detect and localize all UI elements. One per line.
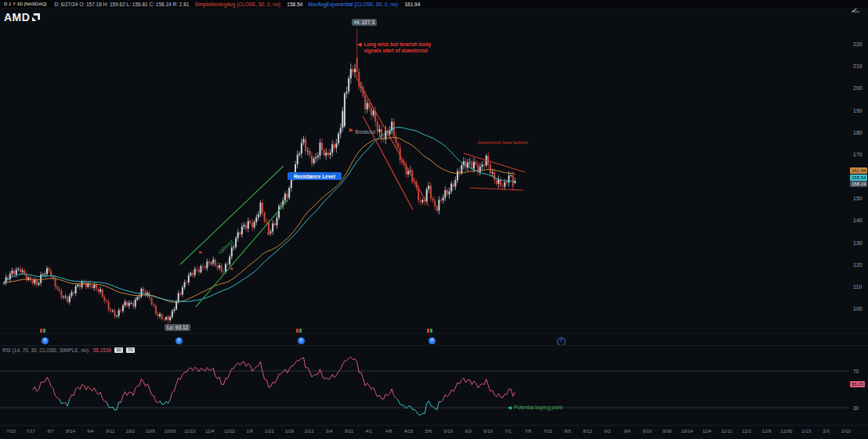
candle[interactable] [128, 300, 130, 309]
candle[interactable] [457, 168, 458, 183]
candle[interactable] [174, 307, 175, 314]
candle[interactable] [7, 275, 9, 282]
candle[interactable] [12, 268, 13, 276]
candle[interactable] [272, 220, 273, 235]
candle[interactable] [55, 275, 56, 290]
candle[interactable] [249, 219, 251, 225]
candle[interactable] [374, 106, 376, 127]
candle[interactable] [196, 267, 197, 272]
candle[interactable] [305, 135, 306, 156]
candle[interactable] [340, 124, 342, 139]
rsi-oversold-box[interactable]: 30 [114, 347, 123, 353]
candle[interactable] [114, 308, 116, 318]
candle[interactable] [348, 76, 349, 95]
downtrend-line[interactable] [355, 75, 429, 206]
candle[interactable] [135, 297, 136, 309]
candle[interactable] [38, 281, 40, 286]
candle[interactable] [65, 294, 67, 300]
candle[interactable] [428, 182, 429, 193]
candle[interactable] [46, 266, 48, 277]
candle[interactable] [324, 148, 325, 158]
candle[interactable] [30, 275, 31, 283]
rsi-panel-canvas[interactable]: 7030 [0, 354, 868, 425]
candle[interactable] [295, 161, 296, 180]
candle[interactable] [251, 219, 253, 231]
candle[interactable] [482, 162, 483, 170]
candle[interactable] [122, 304, 124, 313]
candle[interactable] [381, 125, 382, 143]
candle[interactable] [126, 300, 128, 308]
candle[interactable] [102, 288, 103, 298]
candle[interactable] [106, 299, 107, 303]
candle[interactable] [204, 264, 206, 270]
candle[interactable] [179, 291, 181, 296]
candle[interactable] [301, 139, 302, 158]
candle[interactable] [110, 308, 111, 314]
candle[interactable] [63, 295, 64, 299]
candle[interactable] [27, 276, 29, 281]
candle[interactable] [449, 187, 450, 198]
candle[interactable] [67, 295, 68, 304]
candle[interactable] [157, 311, 159, 318]
candle[interactable] [358, 68, 360, 91]
candle[interactable] [320, 139, 321, 160]
candle[interactable] [116, 315, 118, 318]
candle[interactable] [87, 282, 89, 289]
candle[interactable] [476, 160, 477, 167]
candle[interactable] [143, 286, 144, 294]
candle[interactable] [342, 107, 343, 131]
downtrend-line[interactable] [470, 188, 523, 190]
candle[interactable] [40, 272, 42, 286]
candle[interactable] [227, 261, 229, 267]
candle[interactable] [352, 66, 353, 76]
candle[interactable] [483, 160, 485, 170]
candle[interactable] [356, 28, 358, 76]
candle[interactable] [506, 179, 508, 185]
candle[interactable] [161, 313, 163, 322]
candle[interactable] [298, 151, 300, 157]
candle[interactable] [338, 131, 339, 146]
candle[interactable] [159, 312, 161, 319]
candle[interactable] [235, 236, 237, 250]
candle[interactable] [307, 147, 309, 155]
candle[interactable] [278, 203, 280, 220]
ema-line[interactable] [4, 138, 515, 303]
candle[interactable] [184, 279, 186, 290]
symbol-descriptor[interactable]: D 1 Y 1D [NASDAQ] [2, 1, 49, 7]
candle[interactable] [479, 163, 481, 175]
candle[interactable] [42, 273, 44, 277]
candle[interactable] [50, 268, 52, 279]
candle[interactable] [103, 294, 105, 304]
candle[interactable] [194, 267, 196, 278]
candle[interactable] [206, 259, 208, 272]
candle[interactable] [282, 197, 284, 209]
candle[interactable] [514, 178, 515, 184]
candle[interactable] [69, 293, 71, 304]
sma-study-label[interactable]: SimpleMovingAvg (CLOSE, 50, 0, no): [194, 2, 281, 7]
candle[interactable] [510, 174, 512, 178]
candle[interactable] [56, 285, 58, 291]
candle[interactable] [315, 153, 316, 163]
candle[interactable] [490, 161, 491, 176]
candle[interactable] [350, 63, 352, 84]
candle[interactable] [334, 142, 335, 152]
candle[interactable] [453, 180, 454, 191]
candle[interactable] [59, 286, 60, 293]
candle[interactable] [443, 194, 444, 203]
candle[interactable] [395, 132, 396, 147]
candle[interactable] [172, 309, 173, 319]
candle[interactable] [112, 309, 114, 313]
candle[interactable] [297, 150, 298, 168]
candle[interactable] [155, 304, 157, 315]
candle[interactable] [270, 228, 272, 236]
candle[interactable] [254, 220, 255, 230]
candle[interactable] [17, 267, 19, 272]
candle[interactable] [96, 282, 97, 292]
candle[interactable] [36, 277, 38, 287]
candle[interactable] [459, 167, 461, 178]
rsi-overbought-box[interactable]: 70 [126, 347, 135, 353]
candle[interactable] [168, 315, 169, 324]
candle[interactable] [260, 200, 262, 217]
candle[interactable] [444, 186, 446, 201]
candle[interactable] [288, 185, 290, 200]
